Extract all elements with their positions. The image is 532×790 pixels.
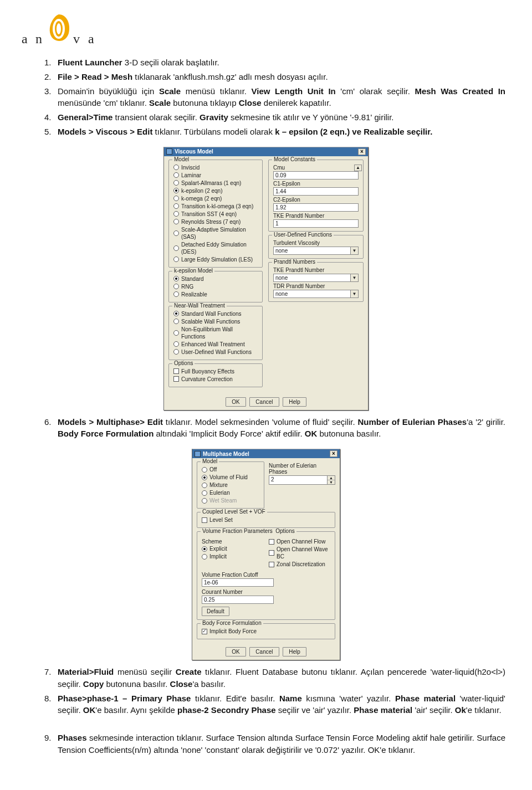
- viscous-model-radio[interactable]: Large Eddy Simulation (LES): [173, 256, 258, 263]
- ok-button[interactable]: OK: [226, 397, 245, 407]
- logo-letter: a: [88, 32, 94, 46]
- dialog-buttons: OK Cancel Help: [192, 645, 340, 660]
- logo-letter: v: [73, 32, 80, 46]
- step-2: File > Read > Mesh tıklanarak 'ankflush.…: [58, 71, 505, 83]
- vfp-option-check[interactable]: Zonal Discretization: [269, 561, 330, 568]
- wall-fn-radio[interactable]: Scalable Wall Functions: [173, 318, 258, 325]
- app-icon: [166, 148, 172, 155]
- wall-fn-radio[interactable]: User-Defined Wall Functions: [173, 348, 258, 356]
- viscous-model-radio[interactable]: Inviscid: [173, 164, 258, 171]
- step-8: Phase>phase-1 – Primary Phase tıklanır. …: [58, 692, 505, 717]
- viscous-model-radio[interactable]: k-epsilon (2 eqn): [173, 187, 258, 194]
- mp-model-radio[interactable]: Wet Steam: [202, 497, 259, 504]
- viscous-option-check[interactable]: Full Buoyancy Effects: [173, 368, 258, 375]
- step-6: Models > Multiphase> Edit tıklanır. Mode…: [58, 416, 505, 440]
- select[interactable]: none▼: [273, 274, 359, 282]
- chevron-up-icon: ▲: [328, 476, 335, 480]
- close-icon[interactable]: ×: [358, 148, 366, 155]
- implicit-body-force-check[interactable]: Implicit Body Force: [202, 628, 330, 635]
- near-wall-group: Near-Wall Treatment Standard Wall Functi…: [168, 306, 263, 360]
- step-7: Material>Fluid menüsü seçilir Create tık…: [58, 666, 505, 690]
- dialog-title: Multiphase Model: [203, 451, 249, 457]
- viscous-model-radio[interactable]: Spalart-Allmaras (1 eqn): [173, 179, 258, 187]
- logo-letter: a: [22, 32, 28, 46]
- instructions-list: Fluent Launcher 3-D seçili olarak başlat…: [58, 57, 505, 138]
- const-input[interactable]: 0.09: [273, 171, 359, 179]
- wall-fn-radio[interactable]: Enhanced Wall Treatment: [173, 341, 258, 348]
- k-epsilon-radio[interactable]: RNG: [173, 283, 258, 290]
- select[interactable]: none▼: [273, 290, 359, 298]
- mp-model-radio[interactable]: Eulerian: [202, 489, 259, 496]
- cls-group: Coupled Level Set + VOF Level Set: [197, 512, 335, 528]
- close-icon[interactable]: ×: [330, 450, 337, 457]
- dialog-titlebar: Viscous Model ×: [164, 147, 368, 156]
- nep-spinner[interactable]: 2 ▲▼: [269, 475, 335, 485]
- multiphase-model-dialog: Multiphase Model × Model OffVolume of Fl…: [192, 449, 340, 660]
- chevron-down-icon: ▼: [351, 247, 359, 255]
- k-epsilon-radio[interactable]: Realizable: [173, 291, 258, 298]
- nep-label: Number of Eulerian Phases: [269, 463, 335, 475]
- default-button[interactable]: Default: [202, 607, 229, 616]
- vfp-option-check[interactable]: Open Channel Wave BC: [269, 546, 330, 560]
- viscous-model-radio[interactable]: Laminar: [173, 172, 258, 179]
- mp-model-group: Model OffVolume of FluidMixtureEulerianW…: [197, 461, 264, 509]
- svg-point-2: [57, 23, 61, 34]
- ok-button[interactable]: OK: [226, 647, 245, 656]
- k-epsilon-radio[interactable]: Standard: [173, 275, 258, 283]
- mp-model-radio[interactable]: Off: [202, 466, 259, 473]
- courant-input[interactable]: 0.25: [202, 596, 274, 604]
- viscous-model-radio[interactable]: Transition k-kl-omega (3 eqn): [173, 203, 258, 210]
- viscous-model-radio[interactable]: Scale-Adaptive Simulation (SAS): [173, 226, 258, 240]
- step-1: Fluent Launcher 3-D seçili olarak başlat…: [58, 57, 505, 69]
- const-input[interactable]: 1.44: [273, 187, 359, 196]
- model-group: Model InviscidLaminarSpalart-Allmaras (1…: [168, 160, 263, 268]
- udf-group: User-Defined Functions Turbulent Viscosi…: [268, 235, 364, 259]
- wall-fn-radio[interactable]: Non-Equilibrium Wall Functions: [173, 326, 258, 340]
- dialog-buttons: OK Cancel Help: [164, 395, 368, 410]
- prandtl-group: Prandtl Numbers TKE Prandtl Numbernone▼T…: [268, 262, 364, 302]
- viscous-model-radio[interactable]: Transition SST (4 eqn): [173, 211, 258, 218]
- viscous-model-dialog: Viscous Model × Model InviscidLaminarSpa…: [163, 147, 369, 411]
- step-5: Models > Viscous > Edit tıklanır. Türbül…: [58, 126, 505, 138]
- options-group: Options Full Buoyancy EffectsCurvature C…: [168, 363, 263, 387]
- mp-model-radio[interactable]: Volume of Fluid: [202, 474, 259, 481]
- vfc-input[interactable]: 1e-06: [202, 578, 274, 587]
- constants-scroll[interactable]: ▲: [354, 165, 362, 171]
- step-3: Domain'in büyüklüğü için Scale menüsü tı…: [58, 85, 505, 110]
- logo-letter: n: [35, 32, 42, 46]
- dialog-titlebar: Multiphase Model ×: [192, 449, 340, 458]
- scheme-radio[interactable]: Implicit: [202, 553, 263, 560]
- wall-fn-radio[interactable]: Standard Wall Functions: [173, 310, 258, 317]
- bff-group: Body Force Formulation Implicit Body For…: [197, 623, 335, 639]
- vfp-option-check[interactable]: Open Channel Flow: [269, 538, 330, 545]
- viscous-model-radio[interactable]: Detached Eddy Simulation (DES): [173, 241, 258, 255]
- chevron-down-icon: ▼: [351, 290, 359, 298]
- help-button[interactable]: Help: [283, 397, 306, 407]
- help-button[interactable]: Help: [283, 647, 306, 656]
- select[interactable]: none▼: [273, 247, 359, 255]
- chevron-up-icon[interactable]: ▲: [354, 165, 362, 171]
- dialog-title: Viscous Model: [175, 148, 213, 155]
- chevron-down-icon: ▼: [328, 480, 335, 484]
- vfp-group: Volume Fraction Parameters Options Schem…: [197, 531, 335, 620]
- scheme-radio[interactable]: Explicit: [202, 545, 263, 552]
- step-9: Phases sekmesinde interaction tıklanır. …: [58, 732, 505, 756]
- viscous-model-radio[interactable]: k-omega (2 eqn): [173, 195, 258, 202]
- level-set-check[interactable]: Level Set: [202, 516, 330, 524]
- chevron-down-icon: ▼: [351, 274, 359, 282]
- k-epsilon-group: k-epsilon Model StandardRNGRealizable: [168, 271, 263, 302]
- viscous-option-check[interactable]: Curvature Correction: [173, 376, 258, 383]
- const-input[interactable]: 1: [273, 219, 359, 228]
- model-constants-group: Model Constants Cmu0.09C1-Epsilon1.44C2-…: [268, 160, 364, 232]
- viscous-model-radio[interactable]: Reynolds Stress (7 eqn): [173, 218, 258, 225]
- anova-logo: a n v a: [19, 11, 505, 50]
- mp-model-radio[interactable]: Mixture: [202, 481, 259, 489]
- const-input[interactable]: 1.92: [273, 203, 359, 212]
- app-icon: [195, 451, 201, 457]
- cancel-button[interactable]: Cancel: [249, 647, 279, 656]
- step-4: General>Time transient olarak seçilir. G…: [58, 111, 505, 124]
- cancel-button[interactable]: Cancel: [249, 397, 279, 407]
